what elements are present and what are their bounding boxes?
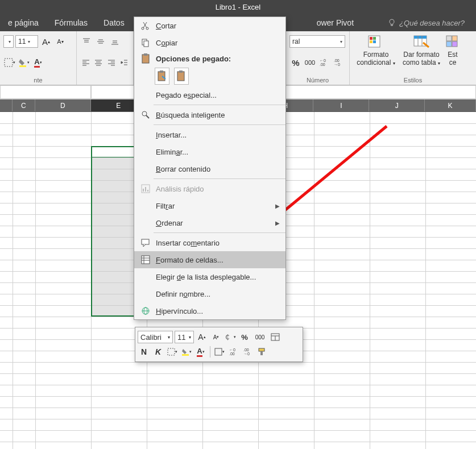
- svg-rect-51: [160, 70, 163, 73]
- mini-dec-decimal-icon[interactable]: .00→0: [242, 346, 254, 358]
- svg-rect-73: [182, 354, 189, 356]
- copy-icon: [139, 38, 152, 47]
- number-format-dropdown[interactable]: ral▾: [289, 35, 345, 48]
- cm-format-cells[interactable]: Formato de celdas...: [134, 251, 285, 268]
- svg-text:.00: .00: [334, 59, 340, 63]
- cm-paste-options-header: Opciones de pegado:: [134, 51, 285, 66]
- svg-text:→0: →0: [334, 63, 340, 66]
- context-menu: Cortar Copiar Opciones de pegado: Pegado…: [134, 16, 286, 320]
- cm-filter[interactable]: Filtrar ▶: [134, 197, 285, 214]
- paste-values-button[interactable]: [174, 68, 189, 85]
- svg-text:.00: .00: [229, 352, 235, 356]
- group-label-styles: Estilos: [353, 76, 473, 84]
- cm-copy[interactable]: Copiar: [134, 34, 285, 51]
- decrease-font-icon[interactable]: A▾: [54, 35, 67, 48]
- mini-font-dropdown[interactable]: Calibri▾: [138, 331, 173, 343]
- mini-accounting-icon[interactable]: ₵▾: [224, 331, 237, 343]
- fill-color-icon[interactable]: ▾: [18, 56, 30, 69]
- cm-define-name[interactable]: Definir nombre...: [134, 285, 285, 302]
- mini-thousands-icon[interactable]: 000: [253, 331, 267, 343]
- thousands-icon[interactable]: 000: [304, 56, 316, 69]
- cm-paste-special[interactable]: Pegado especial...: [134, 86, 285, 103]
- chevron-right-icon: ▶: [275, 203, 280, 209]
- cm-pick-from-list[interactable]: Elegir de la lista desplegable...: [134, 268, 285, 285]
- mini-italic-button[interactable]: K: [152, 346, 164, 358]
- svg-text:₵: ₵: [225, 333, 230, 341]
- cm-cut[interactable]: Cortar: [134, 17, 285, 34]
- cell-styles-button[interactable]: Estce: [444, 35, 461, 67]
- mini-bold-button[interactable]: N: [138, 346, 150, 358]
- svg-rect-57: [143, 189, 144, 192]
- col-header-d[interactable]: D: [35, 99, 91, 111]
- tab-formulas[interactable]: Fórmulas: [47, 14, 96, 31]
- tab-data[interactable]: Datos: [96, 14, 133, 31]
- border-icon[interactable]: ▾: [3, 56, 16, 69]
- align-middle-icon[interactable]: [94, 35, 107, 48]
- mini-format-painter-icon[interactable]: [256, 346, 268, 358]
- cm-hyperlink[interactable]: Hipervínculo...: [134, 302, 285, 319]
- svg-rect-40: [452, 36, 457, 41]
- svg-rect-72: [168, 348, 175, 355]
- name-box[interactable]: [0, 85, 91, 99]
- conditional-format-button[interactable]: Formatocondicional ▾: [353, 35, 399, 67]
- group-label-font: nte: [3, 76, 73, 84]
- font-color-icon[interactable]: A▾: [32, 56, 44, 69]
- col-header-k[interactable]: K: [425, 99, 476, 111]
- ribbon-group-font: ▾ 11▾ A▴ A▾ ▾ ▾ A▾ nte: [0, 31, 77, 85]
- svg-rect-59: [147, 190, 148, 192]
- svg-rect-53: [179, 70, 183, 73]
- cm-smart-lookup[interactable]: Búsqueda inteligente: [134, 106, 285, 123]
- svg-rect-49: [144, 53, 147, 56]
- increase-font-icon[interactable]: A▴: [40, 35, 52, 48]
- align-left-icon[interactable]: [80, 56, 92, 69]
- mini-fill-color-icon[interactable]: ▾: [180, 346, 193, 358]
- tell-me-search[interactable]: ¿Qué desea hacer?: [388, 19, 476, 27]
- increase-decimal-icon[interactable]: ←0.00: [318, 56, 330, 69]
- svg-point-54: [142, 111, 147, 116]
- font-size-dropdown[interactable]: 11▾: [15, 35, 38, 48]
- clipboard-icon: [139, 53, 152, 64]
- svg-rect-32: [373, 37, 376, 40]
- mini-toolbar: Calibri▾ 11▾ A▴ A▾ ₵▾ % 000 N K ▾ ▾ A▾ ▾…: [135, 327, 303, 362]
- percent-icon[interactable]: %: [289, 56, 302, 69]
- svg-text:.00: .00: [320, 63, 325, 66]
- mini-border-icon[interactable]: ▾: [166, 346, 179, 358]
- svg-point-45: [146, 27, 148, 30]
- tab-power-pivot[interactable]: ower Pivot: [309, 14, 362, 31]
- svg-text:←0: ←0: [229, 348, 235, 352]
- title-bar: Libro1 - Excel: [0, 0, 476, 14]
- mini-borders-menu-icon[interactable]: ▾: [213, 346, 226, 358]
- tab-page-layout[interactable]: e página: [0, 14, 47, 31]
- align-top-icon[interactable]: [80, 35, 93, 48]
- mini-increase-font-icon[interactable]: A▴: [196, 331, 208, 343]
- col-header-j[interactable]: J: [369, 99, 425, 111]
- font-dropdown-caret[interactable]: ▾: [3, 35, 14, 48]
- mini-percent-icon[interactable]: %: [238, 331, 251, 343]
- cm-clear-contents[interactable]: Borrar contenido: [134, 160, 285, 177]
- mini-decrease-font-icon[interactable]: A▾: [210, 331, 222, 343]
- decrease-indent-icon[interactable]: [119, 56, 130, 69]
- format-as-table-button[interactable]: Dar formatocomo tabla ▾: [399, 35, 444, 67]
- decrease-decimal-icon[interactable]: .00→0: [332, 56, 345, 69]
- cm-insert[interactable]: Insertar...: [134, 126, 285, 143]
- paste-default-button[interactable]: [155, 68, 169, 85]
- ribbon-group-number: ral▾ % 000 ←0.00 .00→0 Número: [286, 31, 350, 85]
- svg-rect-47: [144, 41, 148, 47]
- col-header-i[interactable]: I: [313, 99, 369, 111]
- svg-rect-58: [145, 187, 146, 192]
- mini-inc-decimal-icon[interactable]: ←0.00: [227, 346, 240, 358]
- align-right-icon[interactable]: [106, 56, 117, 69]
- col-header-c[interactable]: C: [13, 99, 35, 111]
- align-bottom-icon[interactable]: [109, 35, 121, 48]
- mini-font-size-dropdown[interactable]: 11▾: [175, 331, 194, 343]
- mini-merge-icon[interactable]: [269, 331, 282, 343]
- cm-insert-comment[interactable]: Insertar comentario: [134, 234, 285, 251]
- svg-rect-60: [142, 239, 149, 244]
- cm-delete[interactable]: Eliminar...: [134, 143, 285, 160]
- cm-sort[interactable]: Ordenar ▶: [134, 214, 285, 231]
- svg-rect-61: [142, 256, 150, 264]
- mini-font-color-icon[interactable]: A▾: [194, 346, 207, 358]
- align-center-icon[interactable]: [93, 56, 105, 69]
- col-header-b-edge[interactable]: [0, 99, 13, 111]
- window-title: Libro1 - Excel: [216, 3, 260, 11]
